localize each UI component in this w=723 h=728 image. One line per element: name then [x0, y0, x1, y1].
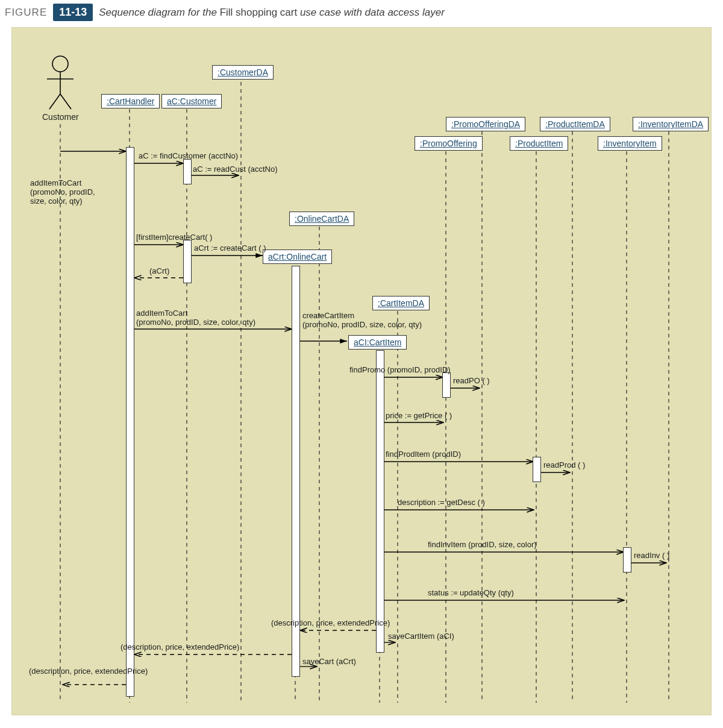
msg-findcustomer: aC := findCustomer (acctNo)	[139, 151, 238, 160]
lifeline-inventoryitem: :InventoryItem	[598, 136, 662, 151]
figure-number: 11-13	[53, 4, 93, 21]
lifeline-productitemda: :ProductItemDA	[540, 117, 610, 131]
msg-return-desc2: (description, price, extendedPrice)	[120, 642, 239, 651]
lifeline-ac-customer: aC:Customer	[161, 94, 222, 108]
figure-caption: FIGURE 11-13 Sequence diagram for the Fi…	[0, 0, 723, 27]
msg-findpromo: findPromo (promoID, prodID)	[349, 365, 451, 374]
msg-getprice: price := getPrice ( )	[386, 411, 452, 420]
msg-createcart-guard: [firstItem]createCart( )	[136, 233, 212, 242]
lifeline-promoofferingda: :PromoOfferingDA	[446, 117, 525, 131]
lifeline-onlinecartda: :OnlineCartDA	[289, 212, 354, 226]
msg-findinvitem: findInvItem (prodID, size, color)	[428, 540, 537, 549]
svg-line-4	[60, 94, 71, 109]
activation-inventoryitem	[623, 547, 631, 573]
svg-line-3	[49, 94, 60, 109]
activation-carthandler	[126, 147, 134, 697]
msg-getdesc: description := getDesc ( )	[398, 498, 485, 507]
figure-description: Sequence diagram for the Fill shopping c…	[99, 7, 445, 19]
msg-createcartitem: createCartItem (promoNo, prodID, size, c…	[302, 311, 422, 329]
lifeline-aci-cartitem: aCI:CartItem	[348, 335, 407, 350]
msg-return-desc1: (description, price, extendedPrice)	[271, 618, 390, 627]
lifeline-carthandler: :CartHandler	[101, 94, 160, 108]
actor-icon	[47, 56, 74, 109]
msg-readcust: aC := readCust (acctNo)	[193, 165, 278, 174]
msg-readinv: readInv ( )	[634, 551, 669, 560]
activation-ac-findcust	[183, 159, 192, 184]
lifeline-customerda: :CustomerDA	[212, 65, 274, 80]
sequence-diagram: :CartHandler aC:Customer :CustomerDA :On…	[11, 27, 712, 715]
msg-return-desc3: (description, price, extendedPrice)	[29, 667, 148, 676]
figure-word: FIGURE	[5, 7, 47, 19]
lifeline-promooffering: :PromoOffering	[415, 136, 483, 151]
lifeline-acrt-onlinecart: aCrt:OnlineCart	[263, 249, 332, 264]
msg-readprod: readProd ( )	[543, 460, 585, 469]
msg-createcart: aCrt := createCart ( )	[194, 243, 266, 253]
svg-point-0	[52, 56, 68, 72]
activation-cartitem	[376, 350, 384, 653]
activation-productitem	[533, 457, 541, 482]
msg-return-acrt: (aCrt)	[149, 266, 169, 275]
msg-additemtocart-actor: addItemToCart (promoNo, prodID, size, co…	[30, 178, 95, 206]
lifeline-productitem: :ProductItem	[510, 136, 568, 151]
activation-onlinecart	[292, 266, 300, 677]
lifeline-inventoryitemda: :InventoryItemDA	[633, 117, 709, 131]
msg-savecartitem: saveCartItem (aCI)	[388, 632, 454, 641]
activation-promooffering	[442, 372, 451, 398]
msg-readpo: readPO ( )	[453, 376, 490, 385]
msg-updateqty: status := updateQty (qty)	[428, 588, 514, 597]
actor-label: Customer	[42, 112, 79, 122]
activation-ac-createcart	[183, 240, 192, 283]
lifeline-cartitemda: :CartItemDA	[372, 296, 430, 310]
msg-additemtocart: addItemToCart (promoNo, prodID, size, co…	[136, 309, 255, 327]
msg-findproditem: findProdItem (prodID)	[386, 450, 461, 459]
msg-savecart: saveCart (aCrt)	[302, 657, 356, 666]
